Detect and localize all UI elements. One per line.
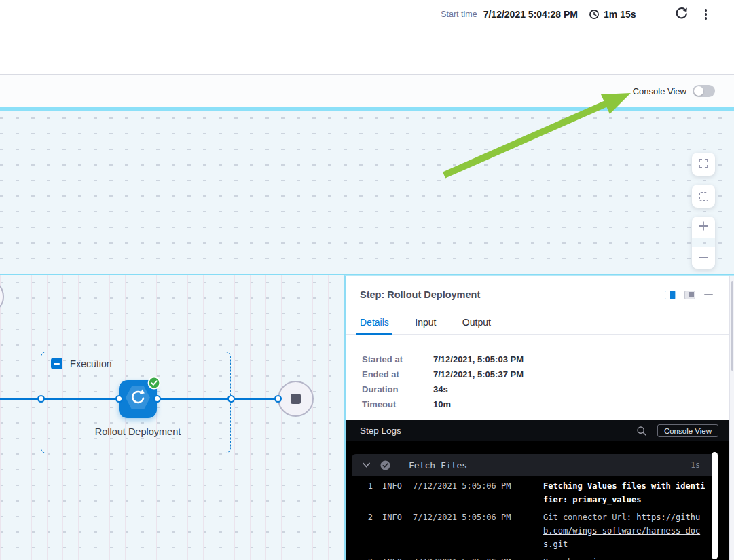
detail-row: Started at 7/12/2021, 5:05:03 PM xyxy=(362,354,524,365)
fullscreen-icon xyxy=(698,158,709,171)
clock-icon xyxy=(589,9,600,20)
execution-group-label: Execution xyxy=(70,358,111,369)
minus-icon xyxy=(54,363,60,365)
step-details-panel: Step: Rollout Deployment Details Input O… xyxy=(344,275,734,560)
execution-header: Start time 7/12/2021 5:04:28 PM 1m 15s xyxy=(0,0,734,75)
refresh-icon xyxy=(674,6,689,22)
log-group-header[interactable]: Fetch Files 1s xyxy=(352,454,718,476)
log-message-prefix: Git connector Url: xyxy=(543,512,636,522)
pipeline-canvas-upper[interactable] xyxy=(0,111,734,274)
graph-toolbar: Console View xyxy=(0,75,734,107)
success-badge-icon xyxy=(147,376,161,390)
stop-square-icon xyxy=(291,394,301,404)
connector-port xyxy=(153,395,161,403)
log-message: Git connector Url: https://github.com/wi… xyxy=(543,510,706,551)
log-timestamp: 7/12/2021 5:05:06 PM xyxy=(413,479,515,506)
kebab-icon xyxy=(703,7,709,21)
log-line-number: 2 xyxy=(352,510,373,551)
start-time-value: 7/12/2021 5:04:28 PM xyxy=(483,9,578,20)
console-view-label: Console View xyxy=(633,86,686,96)
connector-port xyxy=(37,395,45,403)
layout-split-primary-icon[interactable] xyxy=(665,291,676,299)
zoom-out-button[interactable] xyxy=(692,247,715,269)
detail-value: 34s xyxy=(433,384,448,394)
log-group-name: Fetch Files xyxy=(409,460,691,470)
check-circle-icon xyxy=(380,460,390,470)
canvas-zoom-controls xyxy=(692,153,715,269)
node-label: Rollout Deployment xyxy=(84,424,192,439)
split-fill xyxy=(689,292,694,297)
connector-port xyxy=(274,395,282,403)
log-lines: 1 INFO 7/12/2021 5:05:06 PM Fetching Val… xyxy=(352,476,718,560)
step-logs-header: Step Logs Console View xyxy=(346,420,729,441)
dashed-square-icon xyxy=(699,192,708,201)
search-icon[interactable] xyxy=(636,426,647,436)
tab-details[interactable]: Details xyxy=(360,317,389,334)
previous-node-partial[interactable] xyxy=(0,279,4,314)
log-level: INFO xyxy=(382,479,403,506)
minimize-panel-icon[interactable] xyxy=(704,294,713,296)
log-message: Fetching Values files with identifier: p… xyxy=(543,479,706,506)
fit-selection-button[interactable] xyxy=(692,185,715,208)
detail-value: 10m xyxy=(433,399,451,409)
detail-label: Started at xyxy=(362,354,433,365)
step-details-table: Started at 7/12/2021, 5:05:03 PM Ended a… xyxy=(362,354,524,414)
detail-row: Timeout 10m xyxy=(362,399,524,409)
stop-end-node[interactable] xyxy=(278,381,314,417)
execution-header-meta: Start time 7/12/2021 5:04:28 PM 1m 15s xyxy=(441,5,708,23)
log-row: 2 INFO 7/12/2021 5:05:06 PM Git connecto… xyxy=(352,510,718,551)
split-fill xyxy=(670,291,675,299)
detail-row: Duration 34s xyxy=(362,384,524,394)
fullscreen-button[interactable] xyxy=(692,153,715,176)
log-row: 1 INFO 7/12/2021 5:05:06 PM Fetching Val… xyxy=(352,479,718,506)
panel-scrollbar-thumb[interactable] xyxy=(731,281,733,371)
logs-scrollbar[interactable] xyxy=(712,452,718,559)
step-logs-title: Step Logs xyxy=(360,426,636,436)
collapse-group-button[interactable] xyxy=(51,358,62,369)
detail-label: Timeout xyxy=(362,399,433,409)
tab-input[interactable]: Input xyxy=(415,317,436,334)
detail-row: Ended at 7/12/2021, 5:05:37 PM xyxy=(362,369,524,379)
refresh-button[interactable] xyxy=(674,6,689,22)
log-level: INFO xyxy=(382,510,403,551)
connector-port xyxy=(227,395,235,403)
log-group-fetch-files: Fetch Files 1s 1 INFO 7/12/2021 5:05:06 … xyxy=(352,454,718,560)
stage-execution-canvas[interactable]: Execution Rollout Deployment xyxy=(0,275,344,560)
toggle-knob xyxy=(694,86,703,96)
zoom-in-button[interactable] xyxy=(692,217,715,238)
step-logs-section: Step Logs Console View Fetch Files 1s 1 xyxy=(346,420,729,560)
detail-label: Ended at xyxy=(362,369,433,379)
console-view-toggle[interactable] xyxy=(693,85,715,97)
tab-output[interactable]: Output xyxy=(462,317,491,334)
chevron-down-icon[interactable] xyxy=(363,462,370,468)
log-message: Branch: main xyxy=(543,555,706,560)
panel-title: Step: Rollout Deployment xyxy=(360,289,480,300)
start-time-label: Start time xyxy=(441,10,477,19)
log-row: 3 INFO 7/12/2021 5:05:06 PM Branch: main xyxy=(352,555,718,560)
more-options-button[interactable] xyxy=(703,7,709,21)
console-view-button[interactable]: Console View xyxy=(657,424,718,437)
log-timestamp: 7/12/2021 5:05:06 PM xyxy=(413,510,515,551)
panel-tabs: Details Input Output xyxy=(346,316,731,335)
log-line-number: 3 xyxy=(352,555,373,560)
elapsed-duration: 1m 15s xyxy=(604,9,636,20)
connector-port xyxy=(115,395,123,403)
detail-label: Duration xyxy=(362,384,433,394)
minus-icon xyxy=(698,252,709,265)
log-timestamp: 7/12/2021 5:05:06 PM xyxy=(413,555,515,560)
log-group-duration: 1s xyxy=(691,460,700,470)
log-line-number: 1 xyxy=(352,479,373,506)
layout-split-secondary-icon[interactable] xyxy=(684,291,695,299)
log-level: INFO xyxy=(382,555,403,560)
plus-icon xyxy=(698,221,709,234)
panel-scrollbar-track xyxy=(729,276,734,560)
detail-value: 7/12/2021, 5:05:37 PM xyxy=(433,369,524,379)
rollout-deployment-node[interactable] xyxy=(119,380,157,418)
detail-value: 7/12/2021, 5:05:03 PM xyxy=(433,354,524,365)
